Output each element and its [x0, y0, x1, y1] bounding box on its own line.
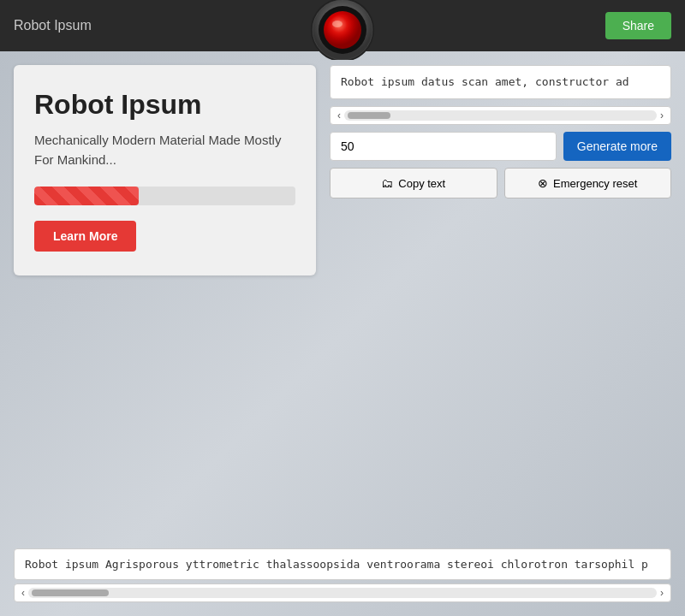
share-button[interactable]: Share: [605, 12, 671, 39]
robot-eye-logo: [308, 0, 377, 60]
scroll-thumb[interactable]: [348, 112, 390, 119]
svg-point-3: [327, 15, 358, 45]
bottom-scrollbar-row[interactable]: ‹ ›: [14, 583, 671, 602]
bottom-scroll-track[interactable]: [28, 588, 657, 598]
left-panel: Robot Ipsum Mechanically Modern Material…: [0, 51, 330, 616]
action-buttons-row: 🗂 Copy text ⊗ Emergency reset: [330, 168, 671, 198]
copy-label: Copy text: [398, 177, 445, 190]
reset-label: Emergency reset: [553, 177, 637, 190]
svg-point-4: [332, 21, 342, 27]
right-panel: Robot ipsum datus scan amet, constructor…: [330, 51, 685, 616]
progress-bar-container: [34, 187, 295, 205]
generate-button[interactable]: Generate more: [563, 132, 671, 161]
progress-bar-fill: [34, 187, 139, 205]
scroll-track[interactable]: [344, 110, 657, 121]
bottom-section: Robot ipsum Agrisporous yttrometric thal…: [0, 535, 685, 616]
controls-row: Generate more: [330, 132, 671, 161]
learn-more-button[interactable]: Learn More: [34, 221, 136, 252]
main-content: Robot Ipsum Mechanically Modern Material…: [0, 51, 685, 616]
top-scrollbar-row[interactable]: ‹ ›: [330, 106, 671, 125]
scroll-left-arrow[interactable]: ‹: [337, 110, 341, 121]
bottom-scroll-thumb[interactable]: [32, 589, 109, 596]
text-output: Robot ipsum datus scan amet, constructor…: [330, 65, 671, 99]
copy-text-button[interactable]: 🗂 Copy text: [330, 168, 497, 198]
emergency-reset-button[interactable]: ⊗ Emergency reset: [504, 168, 672, 198]
quantity-input[interactable]: [330, 132, 557, 161]
app-title: Robot Ipsum: [14, 18, 92, 33]
scroll-right-arrow[interactable]: ›: [660, 110, 664, 121]
bottom-text-output: Robot ipsum Agrisporous yttrometric thal…: [14, 548, 671, 580]
info-card: Robot Ipsum Mechanically Modern Material…: [14, 65, 316, 275]
header: Robot Ipsum: [0, 0, 685, 51]
bottom-scroll-left-arrow[interactable]: ‹: [21, 587, 25, 599]
card-subtitle: Mechanically Modern Material Made Mostly…: [34, 131, 295, 169]
bottom-scroll-right-arrow[interactable]: ›: [660, 587, 664, 599]
copy-icon: 🗂: [381, 176, 393, 190]
card-title: Robot Ipsum: [34, 89, 295, 121]
reset-icon: ⊗: [538, 176, 548, 190]
